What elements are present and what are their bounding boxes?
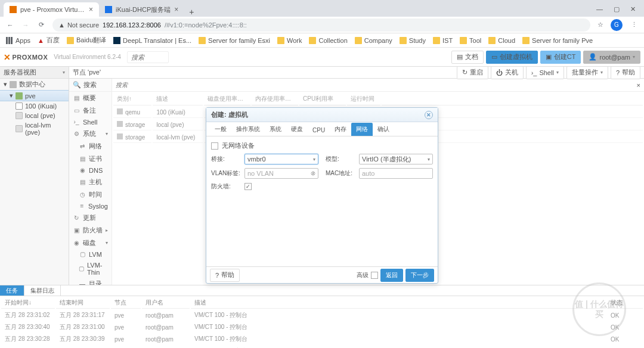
tree-vm-100[interactable]: 100 (iKuai) [0, 101, 69, 111]
close-icon[interactable]: × [174, 5, 178, 14]
subnav-firewall[interactable]: ▣防火墙▸ [69, 224, 112, 237]
vlan-input[interactable]: no VLAN⦿ [244, 168, 318, 179]
subnav-shell[interactable]: ›_Shell [69, 117, 112, 128]
subnav-updates[interactable]: ↻更新 [69, 212, 112, 224]
content-search-input[interactable] [116, 82, 175, 88]
bookmark-item[interactable]: Company [355, 37, 392, 44]
subnav-network[interactable]: ⇄网络 [69, 140, 112, 153]
dialog-titlebar[interactable]: 创建: 虚拟机 ✕ [206, 108, 438, 122]
tree-storage-local-lvm[interactable]: local-lvm (pve) [0, 120, 69, 137]
wizard-tab[interactable]: 系统 [265, 123, 286, 136]
wizard-tab[interactable]: 硬盘 [286, 123, 308, 136]
new-tab-button[interactable]: + [184, 7, 199, 17]
wizard-tab[interactable]: 一般 [210, 123, 231, 136]
col-disk[interactable]: 磁盘使用率… [204, 93, 250, 105]
close-icon[interactable]: × [89, 5, 93, 14]
bookmark-item[interactable]: Work [277, 37, 302, 44]
log-row[interactable]: 五月 28 23:30:28五月 28 23:30:39pveroot@pamV… [1, 334, 643, 344]
log-col-node[interactable]: 节点 [111, 297, 141, 309]
firewall-checkbox[interactable] [244, 183, 252, 190]
wizard-tab[interactable]: 操作系统 [231, 123, 265, 136]
wizard-tab[interactable]: 网络 [351, 123, 373, 136]
browser-tab-ikuai[interactable]: iKuai-DHCP服务端 × [99, 2, 184, 17]
log-col-start[interactable]: 开始时间↓ [1, 297, 55, 309]
subnav-disks[interactable]: ◉磁盘▾ [69, 237, 112, 249]
subnav-hosts[interactable]: ▤主机 [69, 176, 112, 188]
profile-avatar[interactable]: G [611, 19, 623, 31]
create-vm-button[interactable]: ▭创建虚拟机 [486, 51, 538, 64]
back-button[interactable]: ← [6, 21, 14, 29]
reboot-button[interactable]: ↻重启 [457, 67, 488, 79]
no-network-checkbox[interactable] [211, 142, 218, 150]
col-type[interactable]: 类别↑ [113, 93, 151, 105]
tree-storage-local[interactable]: local (pve) [0, 111, 69, 120]
log-row[interactable]: 五月 28 23:31:02五月 28 23:31:17pveroot@pamV… [1, 310, 643, 321]
window-minimize[interactable]: — [596, 5, 603, 13]
tab-tasks[interactable]: 任务 [0, 285, 24, 296]
log-col-user[interactable]: 用户名 [142, 297, 190, 309]
col-cpu[interactable]: CPU利用率 [299, 93, 346, 105]
subnav-lvm-thin[interactable]: ▢LVM-Thin [69, 260, 112, 278]
bridge-select[interactable]: vmbr0▾ [244, 154, 318, 164]
log-col-end[interactable]: 结束时间 [56, 297, 110, 309]
log-row[interactable]: 五月 28 23:26:35五月 28 23:45:21pveroot@pamV… [1, 346, 643, 348]
mac-input[interactable]: auto [359, 168, 433, 179]
bookmark-item[interactable]: ▲百度 [38, 36, 60, 45]
subnav-syslog[interactable]: ≡Syslog [69, 201, 112, 212]
tree-datacenter[interactable]: ▾数据中心 [0, 79, 69, 90]
forward-button[interactable]: → [21, 21, 30, 29]
subnav-notes[interactable]: ▭备注 [69, 104, 112, 117]
subnav-lvm[interactable]: ▢LVM [69, 249, 112, 260]
bookmark-item[interactable]: Study [400, 37, 426, 44]
clear-icon[interactable]: × [637, 82, 640, 89]
bookmark-item[interactable]: IST [433, 37, 453, 44]
reload-button[interactable]: ⟳ [37, 21, 45, 29]
help-button[interactable]: ?帮助 [611, 67, 640, 79]
wizard-tab[interactable]: 确认 [373, 123, 394, 136]
col-uptime[interactable]: 运行时间 [347, 93, 380, 105]
subnav-summary[interactable]: ▤概要 [69, 92, 112, 104]
window-close[interactable]: ✕ [630, 5, 636, 13]
tree-header[interactable]: 服务器视图▾ [0, 67, 69, 79]
col-mem[interactable]: 内存使用率… [252, 93, 298, 105]
subnav-system[interactable]: ⚙系统▾ [69, 128, 112, 140]
subnav-search[interactable]: 🔍搜索 [69, 79, 112, 92]
shutdown-button[interactable]: ⏻关机 [491, 67, 524, 79]
address-bar[interactable]: ▲Not secure 192.168.123.2:8006/#v1:0:=no… [52, 18, 590, 32]
dialog-help-button[interactable]: ?帮助 [210, 269, 240, 282]
tree-node-pve[interactable]: ▾pve [0, 90, 69, 101]
bookmark-item[interactable]: Baidu翻译 [67, 36, 106, 45]
subnav-time[interactable]: ◷时间 [69, 188, 112, 201]
create-ct-button[interactable]: ▣创建CT [540, 51, 581, 64]
bookmark-item[interactable]: Server for family Esxi [199, 37, 270, 44]
shell-button[interactable]: ›_Shell▾ [526, 67, 564, 79]
wizard-tab[interactable]: 内存 [330, 123, 351, 136]
tab-cluster-log[interactable]: 集群日志 [24, 285, 61, 296]
window-maximize[interactable]: ▢ [614, 5, 620, 13]
bookmark-item[interactable]: Server for family Pve [522, 37, 593, 44]
bookmark-item[interactable]: DeepL Translator | Es... [113, 37, 191, 44]
bulk-actions-button[interactable]: 批量操作▾ [566, 67, 608, 79]
subnav-directory[interactable]: ▬目录 [69, 278, 112, 285]
log-row[interactable]: 五月 28 23:30:40五月 28 23:31:00pveroot@pamV… [1, 322, 643, 333]
menu-icon[interactable]: ⋮ [630, 21, 638, 29]
log-col-desc[interactable]: 描述 [191, 297, 606, 309]
close-button[interactable]: ✕ [425, 111, 433, 119]
bookmark-item[interactable]: Cloud [488, 37, 515, 44]
subnav-certs[interactable]: ▤证书 [69, 153, 112, 165]
bookmark-item[interactable]: Collection [309, 37, 347, 44]
browser-tab-proxmox[interactable]: pve - Proxmox Virtual Environme × [4, 2, 99, 17]
col-desc[interactable]: 描述 [153, 93, 203, 105]
apps-shortcut[interactable]: Apps [6, 37, 30, 44]
model-select[interactable]: VirtIO (半虚拟化)▾ [359, 154, 433, 164]
global-search-input[interactable] [127, 51, 169, 63]
security-indicator[interactable]: ▲Not secure [58, 21, 99, 29]
user-menu[interactable]: 👤root@pam▾ [583, 51, 640, 64]
log-col-status[interactable]: 状态 [607, 297, 643, 309]
back-button[interactable]: 返回 [380, 269, 403, 282]
advanced-checkbox[interactable] [371, 272, 378, 279]
next-button[interactable]: 下一步 [405, 269, 434, 282]
subnav-dns[interactable]: ◉DNS [69, 165, 112, 176]
bookmark-star-icon[interactable]: ☆ [597, 21, 603, 29]
bookmark-item[interactable]: Tool [460, 37, 481, 44]
